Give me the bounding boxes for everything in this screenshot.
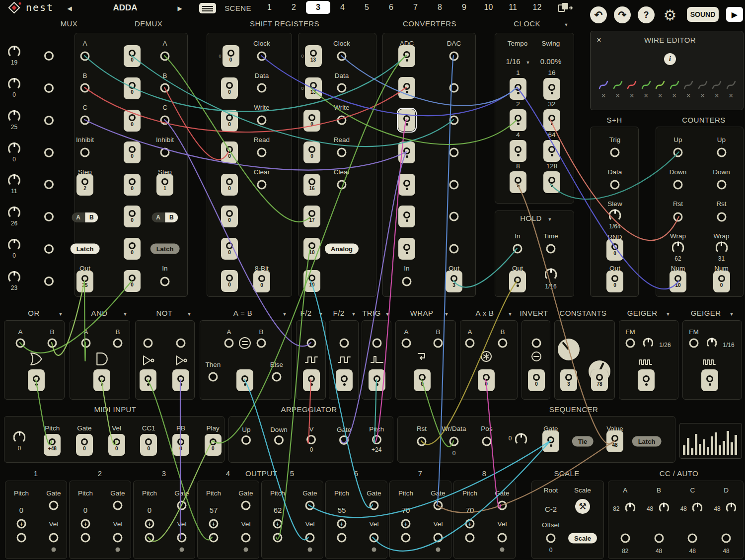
mux-input-knob[interactable] [8,239,20,251]
cc-knob[interactable] [659,503,669,513]
not1-out-jack[interactable] [140,369,156,391]
aeqb-a-port[interactable] [224,339,234,348]
seq-knob[interactable] [515,433,527,446]
dac-bit-port[interactable] [449,52,459,61]
redo-button[interactable] [614,6,631,23]
mux-a-port[interactable] [80,52,90,61]
mux-input-port[interactable] [44,116,54,125]
sr-stage-jack[interactable]: 0 [303,110,320,132]
wrap-a-port[interactable] [402,339,411,348]
sr-stage-jack[interactable]: 0 [221,141,238,163]
midi-port-jack[interactable]: 0 [205,434,222,456]
sr2-clear-port[interactable] [337,180,347,190]
output-gate-port[interactable] [370,501,379,510]
wire-color-swatch[interactable] [625,79,639,100]
demux-output-jack[interactable]: 0 [124,206,141,227]
demux-output-jack[interactable]: 0 [124,174,141,196]
seq-gate-jack[interactable] [542,430,559,452]
wire-color-swatch[interactable] [596,79,611,100]
adc-bit-jack[interactable] [398,238,415,260]
dac-out-jack[interactable]: 3 [446,271,462,292]
sh-rnd-jack[interactable]: 0 [606,239,623,261]
demux-output-jack[interactable]: 0 [124,238,141,260]
and-caret[interactable] [123,309,128,318]
output-pitch-port[interactable] [145,533,154,543]
hold-in-port[interactable] [513,244,522,254]
cc-knob[interactable] [726,503,737,513]
clock-division-jack[interactable] [543,140,560,162]
cc-knob[interactable] [625,503,635,513]
clock-division-jack[interactable] [510,78,526,100]
f2b-out-jack[interactable] [336,369,353,391]
sr2-write-port[interactable] [337,116,347,125]
mux-ab-toggle[interactable]: AB [72,212,98,222]
wire-color-swatch[interactable] [653,79,668,100]
clock-division-jack[interactable] [543,109,560,131]
output-pitch-offset-port[interactable] [17,519,26,529]
dac-bit-port[interactable] [449,148,459,157]
counter-wrap-knob[interactable] [715,242,728,254]
scene-number[interactable]: 10 [476,1,501,14]
wrap-caret[interactable] [445,309,449,318]
demux-output-jack[interactable]: 0 [124,45,141,67]
output-pitch-port[interactable] [337,533,347,543]
hold-time-knob[interactable] [545,269,557,281]
settings-gear-icon[interactable] [664,6,677,24]
aeqb-out-jack[interactable] [236,369,253,391]
adc-bit-jack-selected[interactable] [398,109,415,131]
output-pitch-port[interactable] [209,533,219,543]
sr-stage-jack[interactable]: 0 [221,174,238,196]
scene-number[interactable]: 6 [379,1,403,14]
output-pitch-port[interactable] [401,533,411,543]
patch-next-button[interactable] [177,3,182,12]
cc-port[interactable] [722,534,731,543]
output-pitch-offset-port[interactable] [337,519,347,529]
dac-bit-port[interactable] [449,244,459,254]
mux-input-knob[interactable] [8,46,20,58]
scale-root-value[interactable]: C-2 [545,505,557,513]
mux-input-knob[interactable] [8,207,20,219]
wire-delete-icon[interactable] [672,92,676,100]
clock-division-jack[interactable] [510,171,526,193]
constant1-knob[interactable] [558,339,580,360]
and-out-jack[interactable] [93,369,110,391]
geiger1-caret[interactable] [666,309,670,318]
output-vel-port[interactable] [305,533,315,543]
demux-ab-toggle[interactable]: AB [151,212,178,222]
and-b-port[interactable] [113,339,123,348]
geiger2-caret[interactable] [730,309,734,318]
scene-number[interactable]: 4 [330,1,355,14]
patch-name[interactable]: ADDA [113,3,137,13]
geiger1-rate-knob[interactable] [643,338,654,349]
scale-button[interactable]: Scale [568,533,597,544]
sr-stage-jack[interactable]: 0 [303,141,320,163]
f2b-caret[interactable] [352,309,356,318]
tempo-caret[interactable] [526,57,530,66]
adc-bit-jack[interactable] [398,174,415,196]
wire-delete-icon[interactable] [630,92,634,100]
sr1-clock-port[interactable] [257,52,267,61]
adc-bit-jack[interactable] [398,141,415,163]
arp-port[interactable] [372,435,381,444]
constant2-out-jack[interactable]: 78 [591,369,608,391]
dac-bit-port[interactable] [449,180,459,190]
swing-value[interactable]: 0.00% [540,57,562,66]
mux-latch-button[interactable]: Latch [71,244,100,254]
not2-out-jack[interactable] [172,369,189,391]
scene-number[interactable]: 2 [282,1,306,14]
dac-bit-port[interactable] [449,116,459,125]
axb-out-jack[interactable]: 0 [478,369,495,391]
output-pitch-offset-port[interactable] [465,519,475,529]
tempo-value[interactable]: 1/16 [506,57,520,66]
demux-latch-button[interactable]: Latch [150,244,180,254]
geiger2-out-jack[interactable] [701,369,718,391]
hold-out-jack[interactable] [509,271,526,292]
clock-division-jack[interactable] [510,109,526,131]
play-button[interactable] [726,7,743,22]
wire-color-swatch[interactable] [668,79,682,100]
geiger2-rate-knob[interactable] [707,338,717,349]
axb-b-port[interactable] [498,339,508,348]
not1-in-port[interactable] [144,339,153,348]
wire-delete-icon[interactable] [729,92,733,100]
seq-value-jack[interactable]: 48 [606,430,623,452]
